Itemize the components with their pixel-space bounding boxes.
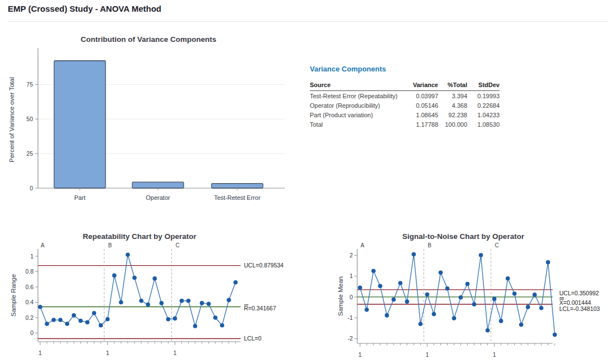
source-cell: Test-Retest Error (Repeatability) [310, 91, 404, 101]
y-tick-label: 75 [26, 81, 33, 88]
lcl-label: LCL=-0.348103 [559, 305, 600, 312]
variance-components-table: SourceVariance%TotalStdDev Test-Retest E… [310, 80, 500, 129]
operator-label-a: A [361, 242, 364, 248]
y-tick-label: 0.2 [25, 314, 33, 321]
source-cell: Operator (Reproducibility) [310, 100, 404, 110]
bar-test-retest-error [212, 184, 263, 188]
chart-title: Signal-to-Noise Chart by Operator [402, 232, 525, 241]
variance-contribution-bar-chart: Contribution of Variance Components02550… [4, 29, 306, 207]
y-tick-label: 1 [349, 272, 353, 279]
data-point [364, 308, 369, 312]
data-point [207, 302, 211, 306]
data-point [526, 305, 530, 309]
data-point [51, 318, 56, 322]
data-point [492, 297, 497, 301]
signal-to-noise-chart-figure: Signal-to-Noise Chart by Operator-2-1012… [335, 228, 614, 364]
bar-operator [132, 182, 184, 188]
data-point [99, 323, 103, 328]
operator-label-b: B [108, 242, 112, 248]
data-point [466, 282, 470, 286]
column-header: Source [310, 80, 404, 91]
category-label: Operator [146, 194, 170, 201]
data-point [512, 291, 517, 296]
source-cell: Total [310, 119, 404, 129]
bar-part [54, 61, 105, 188]
data-point [553, 333, 557, 337]
variance-components-panel: Variance Components SourceVariance%Total… [310, 65, 500, 129]
data-point [391, 298, 396, 302]
repeatability-control-chart: Repeatability Chart by Operator00.20.40.… [6, 228, 307, 363]
table-row: Total1.17788100.0001.08530 [310, 119, 500, 129]
data-point [126, 253, 130, 257]
x-tick-label: 1 [425, 351, 429, 358]
operator-label-b: B [428, 242, 431, 248]
data-point [112, 274, 117, 278]
data-point [378, 284, 382, 288]
operator-label-a: A [41, 242, 45, 248]
data-point [85, 320, 90, 325]
y-tick-label: -1 [348, 314, 353, 321]
chart-title: Contribution of Variance Components [80, 35, 216, 44]
source-cell: Part (Product variation) [310, 110, 404, 119]
value-cell: 1.04233 [467, 110, 500, 119]
contribution-chart-figure: Contribution of Variance Components02550… [4, 29, 306, 209]
data-point [139, 299, 143, 303]
value-cell: 3.394 [438, 91, 467, 101]
column-header: %Total [438, 80, 467, 91]
y-tick-label: 0 [349, 294, 353, 300]
data-point [200, 301, 204, 305]
x-tick-label: 1 [493, 351, 496, 358]
data-point [472, 302, 477, 306]
data-point [486, 328, 490, 333]
ucl-label: UCL=0.350992 [559, 290, 599, 296]
data-point [233, 280, 238, 285]
data-point [58, 318, 63, 322]
category-label: Part [74, 194, 85, 201]
y-tick-label: 1 [30, 253, 33, 260]
variance-components-title: Variance Components [310, 65, 500, 73]
table-header: SourceVariance%TotalStdDev [310, 80, 500, 91]
data-point [65, 322, 70, 326]
data-point [38, 305, 42, 309]
y-tick-label: 0.4 [25, 299, 33, 305]
y-tick-label: 0.8 [25, 268, 33, 275]
data-point [79, 319, 83, 323]
column-header: Variance [404, 80, 438, 91]
data-point [92, 311, 97, 315]
data-point [499, 319, 503, 323]
data-point [506, 276, 510, 281]
y-tick-label: 2 [349, 252, 353, 258]
data-point [193, 324, 198, 328]
data-point [533, 293, 537, 297]
value-cell: 1.08530 [467, 119, 500, 129]
repeatability-chart-figure: Repeatability Chart by Operator00.20.40.… [6, 228, 307, 364]
category-label: Test-Retest Error [214, 194, 260, 201]
chart-title: Repeatability Chart by Operator [83, 232, 196, 241]
data-point [180, 299, 184, 303]
value-cell: 92.238 [438, 110, 467, 119]
data-point [146, 303, 150, 307]
table-row: Test-Retest Error (Repeatability)0.03997… [310, 91, 500, 101]
operator-label-c: C [495, 242, 499, 248]
y-tick-label: 0 [30, 329, 33, 336]
data-point [173, 317, 178, 321]
data-point [358, 285, 362, 290]
column-header: StdDev [467, 80, 500, 91]
operator-label-c: C [175, 242, 179, 248]
data-point [445, 286, 450, 291]
data-point [213, 315, 218, 320]
value-cell: 0.19993 [467, 91, 500, 101]
data-point [152, 276, 157, 281]
data-point [72, 313, 76, 318]
data-point [439, 271, 443, 275]
data-point [371, 269, 376, 274]
data-point [419, 322, 423, 326]
y-axis-title: Sample Range [10, 274, 17, 317]
data-point [479, 253, 483, 257]
data-point [425, 293, 430, 297]
y-tick-label: 0 [30, 185, 33, 191]
data-point [411, 252, 416, 257]
value-cell: 1.17788 [404, 119, 438, 129]
value-cell: 1.08645 [404, 110, 438, 119]
data-point [452, 316, 457, 320]
